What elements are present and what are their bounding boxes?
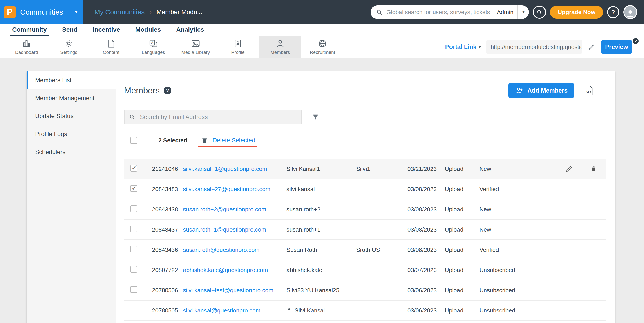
member-email-link[interactable]: silvi.kansal+1@questionpro.com [183,166,286,173]
toolbar-item-content[interactable]: Content [90,36,132,58]
member-email-link[interactable]: silvi.kansal@questionpro.com [183,307,286,314]
sidebar-item-member-management[interactable]: Member Management [26,89,116,107]
gear-icon [64,39,74,48]
nav-tab-send[interactable]: Send [60,26,79,36]
table-row[interactable]: 21241046 silvi.kansal+1@questionpro.com … [124,159,606,179]
product-switcher[interactable]: P Communities ▾ [0,0,83,24]
chevron-down-icon: ▾ [75,9,77,15]
member-status: Unsubscribed [480,267,547,274]
row-checkbox[interactable] [130,185,137,192]
toolbar-item-media-library[interactable]: Media Library [174,36,217,58]
table-row[interactable]: 20843483 silvi.kansal+27@questionpro.com… [124,179,606,199]
member-status: New [480,206,547,213]
member-email-link[interactable]: silvi.kansal+27@questionpro.com [183,186,286,193]
nav-tab-analytics[interactable]: Analytics [174,26,206,36]
add-members-button[interactable]: Add Members [508,83,574,98]
portal-link-area: Portal Link ▾ http://membermoduletesting… [445,36,644,58]
nav-tab-incentive[interactable]: Incentive [91,26,122,36]
toolbar-item-languages[interactable]: A Languages [132,36,174,58]
primary-nav: Community Send Incentive Modules Analyti… [0,24,644,36]
member-email-link[interactable]: abhishek.kale@questionpro.com [183,267,286,274]
member-id: 20843437 [152,226,183,233]
toolbar-item-profile[interactable]: Profile [217,36,259,58]
search-scope-dropdown[interactable]: ▾ [518,5,529,19]
selection-bar: 2 Selected Delete Selected [124,131,606,150]
member-search-input[interactable] [139,113,297,121]
member-name: susan.roth+2 [286,206,356,213]
sidebar-item-members-list[interactable]: Members List [26,71,116,89]
sidebar-item-profile-logs[interactable]: Profile Logs [26,125,116,143]
member-email-link[interactable]: susan.roth+1@questionpro.com [183,226,286,233]
breadcrumb-parent[interactable]: My Communities [94,8,144,16]
translate-icon: A [149,39,158,48]
delete-selected-button[interactable]: Delete Selected [201,137,256,144]
image-icon [191,39,200,48]
table-row[interactable]: 20807722 abhishek.kale@questionpro.com a… [124,260,606,280]
member-email-link[interactable]: susan.roth+2@questionpro.com [183,206,286,213]
title-help-icon[interactable]: ? [164,87,171,94]
preview-button[interactable]: Preview [601,40,632,54]
filter-icon[interactable] [312,113,319,121]
user-avatar[interactable] [623,5,637,19]
row-checkbox[interactable] [130,246,137,253]
questionpro-logo: P [4,6,16,18]
member-date: 03/08/2023 [408,186,445,193]
member-search-box [124,110,302,124]
preview-help-icon[interactable]: ? [633,38,638,44]
trash-icon [201,137,208,144]
row-checkbox[interactable] [130,266,137,273]
delete-icon[interactable] [590,165,597,173]
toolbar-item-dashboard[interactable]: Dashboard [6,36,48,58]
row-checkbox[interactable] [130,286,137,293]
sidebar-item-schedulers[interactable]: Schedulers [26,143,116,161]
table-row[interactable]: 20843438 susan.roth+2@questionpro.com su… [124,199,606,220]
table-row[interactable]: 20780505 silvi.kansal@questionpro.com Si… [124,301,606,321]
global-search-input[interactable] [383,9,497,16]
member-id: 21241046 [152,166,183,173]
member-status: New [480,226,547,233]
nav-tab-modules[interactable]: Modules [134,26,163,36]
table-row[interactable]: 20780506 silvi.kansal+test@questionpro.c… [124,280,606,301]
global-search: Admin ▾ [370,5,529,19]
member-email-link[interactable]: susan.roth@questionpro.com [183,246,286,253]
upgrade-now-button[interactable]: Upgrade Now [550,5,603,19]
search-submit-button[interactable] [533,5,546,19]
member-search-row [124,110,606,124]
bar-chart-icon [22,39,31,48]
member-status: Verified [480,246,547,253]
globe-icon [318,39,327,48]
top-header: P Communities ▾ My Communities › Member … [0,0,644,24]
member-email-link[interactable]: silvi.kansal+test@questionpro.com [183,287,286,294]
toolbar-item-settings[interactable]: Settings [48,36,90,58]
export-xls-button[interactable]: XLS [584,85,594,96]
members-panel: Members ? Add Members XLS [116,71,615,323]
portal-link-dropdown[interactable]: Portal Link ▾ [445,43,481,50]
table-row[interactable]: 20843437 susan.roth+1@questionpro.com su… [124,220,606,240]
main-content: Members List Member Management Update St… [0,58,644,323]
member-name: silvi kansal [286,186,356,193]
member-source: Upload [445,307,480,314]
help-button[interactable]: ? [607,6,619,18]
nav-tab-community[interactable]: Community [10,26,48,36]
member-name: susan.roth+1 [286,226,356,233]
search-icon [376,9,383,15]
member-id: 20807722 [152,267,183,274]
select-all-checkbox[interactable] [130,137,137,144]
table-row[interactable]: 20843436 susan.roth@questionpro.com Susa… [124,240,606,260]
member-source: Upload [445,246,480,253]
header-actions: Admin ▾ Upgrade Now ? [370,5,644,19]
app-root: P Communities ▾ My Communities › Member … [0,0,644,323]
member-date: 03/21/2023 [408,166,445,173]
sidebar-item-update-status[interactable]: Update Status [26,107,116,125]
toolbar-item-members[interactable]: Members [259,36,301,58]
portal-url-field[interactable]: http://membermoduletesting.questio [486,40,582,54]
row-checkbox[interactable] [130,165,137,172]
edit-icon[interactable] [565,165,573,173]
row-checkbox[interactable] [130,205,137,212]
row-checkbox[interactable] [130,226,137,232]
member-source: Upload [445,287,480,294]
row-actions [565,165,606,173]
edit-url-icon[interactable] [588,43,596,51]
toolbar-item-recruitment[interactable]: Recruitment [301,36,344,58]
member-date: 03/08/2023 [408,246,445,253]
